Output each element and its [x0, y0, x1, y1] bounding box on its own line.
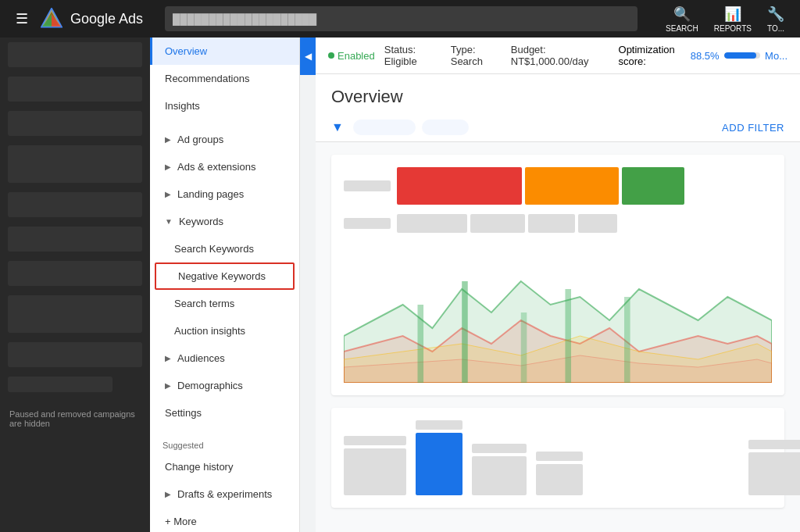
logo: Google Ads: [41, 8, 143, 30]
nav-drafts-experiments[interactable]: ▶ Drafts & experiments: [150, 480, 299, 508]
bottom-bar-group-5: [748, 440, 800, 495]
nav-ad-groups-arrow: ▶: [165, 135, 171, 144]
optimization-value: 88.5%: [691, 50, 720, 62]
bottom-bar-1: [344, 448, 406, 495]
nav-keywords[interactable]: ▼ Keywords: [150, 208, 299, 235]
topbar: ☰ Google Ads ████████████████████ 🔍 SEAR…: [0, 0, 800, 37]
reports-label: REPORTS: [714, 24, 752, 33]
sidebar-campaign-8[interactable]: [8, 295, 142, 333]
sidebar-campaign-7[interactable]: [8, 261, 142, 286]
sidebar-campaign-5[interactable]: [8, 192, 142, 217]
status-enabled: Enabled: [328, 50, 375, 62]
chart-bar-row-1: [344, 167, 772, 205]
nav-insights-label: Insights: [165, 100, 200, 112]
nav-ad-groups-label: Ad groups: [177, 134, 223, 145]
tools-icon: 🔧: [767, 5, 784, 23]
nav-ad-groups[interactable]: ▶ Ad groups: [150, 126, 299, 153]
nav-audiences[interactable]: ▶ Audiences: [150, 345, 299, 372]
line-chart-svg: [344, 242, 772, 383]
status-item-type: Type: Search: [451, 44, 502, 67]
bottom-bar-4: [536, 464, 583, 495]
score-bar: [724, 52, 760, 59]
content-area: Enabled Status: Eligible Type: Search Bu…: [316, 37, 800, 532]
nav-ads-extensions[interactable]: ▶ Ads & extensions: [150, 153, 299, 180]
status-optimization: Optimization score: 88.5% Mo...: [619, 44, 788, 67]
sidebar-campaign-10[interactable]: [8, 377, 112, 392]
bottom-bar-blue: [416, 433, 462, 495]
score-fill: [724, 52, 756, 59]
nav-keywords-label: Keywords: [179, 216, 223, 227]
optimization-label: Optimization score:: [619, 44, 686, 67]
filter-chip-1[interactable]: [353, 120, 416, 135]
sidebar-campaign-4[interactable]: [8, 145, 142, 183]
search-button[interactable]: 🔍 SEARCH: [659, 2, 705, 36]
nav-landing-pages[interactable]: ▶ Landing pages: [150, 180, 299, 208]
more-button[interactable]: Mo...: [765, 50, 788, 62]
nav-insights[interactable]: Insights: [150, 92, 299, 120]
nav-keywords-arrow: ▼: [165, 217, 173, 226]
nav-recommendations-label: Recommendations: [165, 73, 249, 84]
bar-segment-green: [622, 167, 684, 205]
filter-bar: ▼ ADD FILTER: [316, 113, 800, 142]
bar-sub-1: [397, 214, 467, 233]
nav-landing-pages-arrow: ▶: [165, 190, 171, 198]
nav-settings-label: Settings: [165, 407, 202, 419]
nav-change-history[interactable]: Change history: [150, 453, 299, 480]
nav-search-keywords[interactable]: Search Keywords: [150, 235, 299, 262]
nav-overview[interactable]: Overview: [150, 37, 299, 65]
nav-recommendations[interactable]: Recommendations: [150, 65, 299, 92]
bottom-bar-label-1: [344, 436, 406, 445]
nav-ads-extensions-arrow: ▶: [165, 162, 171, 171]
nav-more[interactable]: + More: [150, 508, 299, 532]
nav-auction-insights-label: Auction insights: [174, 325, 245, 337]
nav-search-terms[interactable]: Search terms: [150, 290, 299, 317]
nav-ads-extensions-label: Ads & extensions: [177, 161, 255, 173]
bottom-bar-label-4: [536, 452, 583, 461]
nav-landing-pages-label: Landing pages: [177, 188, 244, 200]
bottom-bar-group-4: [536, 452, 583, 495]
bar-label-1: [344, 180, 391, 191]
google-ads-logo-icon: [41, 8, 62, 30]
main-layout: Paused and removed campaigns are hidden …: [0, 37, 800, 532]
middle-nav: Overview Recommendations Insights ▶ Ad g…: [150, 37, 300, 532]
filter-chip-2[interactable]: [422, 120, 469, 135]
bar-segment-red: [397, 167, 522, 205]
chart-area: [316, 142, 800, 532]
tools-button[interactable]: 🔧 TO...: [761, 2, 791, 36]
collapse-nav-button[interactable]: ◀: [300, 37, 316, 75]
svg-rect-6: [521, 312, 527, 383]
tools-label: TO...: [767, 24, 784, 33]
sidebar-campaign-3[interactable]: [8, 111, 142, 136]
sidebar-campaign-6[interactable]: [8, 227, 142, 252]
status-dot: [328, 52, 334, 59]
sidebar-campaign-1[interactable]: [8, 42, 142, 67]
nav-negative-keywords[interactable]: Negative Keywords: [155, 262, 295, 290]
nav-search-terms-label: Search terms: [174, 298, 234, 309]
svg-rect-5: [462, 281, 468, 383]
status-bar: Enabled Status: Eligible Type: Search Bu…: [316, 37, 800, 74]
nav-auction-insights[interactable]: Auction insights: [150, 317, 299, 345]
nav-settings[interactable]: Settings: [150, 399, 299, 427]
chart-bar-row-2: [344, 214, 772, 233]
chart-block-bars: [331, 155, 784, 395]
bar-label-2: [344, 218, 391, 229]
topbar-search-area[interactable]: ████████████████████: [165, 6, 638, 31]
nav-demographics[interactable]: ▶ Demographics: [150, 372, 299, 399]
sidebar-campaign-2[interactable]: [8, 77, 142, 102]
nav-overview-label: Overview: [165, 45, 207, 57]
nav-suggested-header: Suggested: [150, 433, 299, 453]
add-filter-button[interactable]: ADD FILTER: [722, 122, 784, 134]
chart-block-bottom: [331, 408, 784, 508]
sidebar-campaign-9[interactable]: [8, 342, 142, 367]
nav-demographics-label: Demographics: [177, 380, 243, 391]
nav-drafts-arrow: ▶: [165, 490, 171, 498]
topbar-search-text: ████████████████████: [173, 13, 316, 25]
left-sidebar: Paused and removed campaigns are hidden: [0, 37, 150, 532]
topbar-title: Google Ads: [70, 11, 143, 27]
reports-button[interactable]: 📊 REPORTS: [708, 2, 758, 36]
collapse-icon: ◀: [305, 51, 312, 62]
menu-icon[interactable]: ☰: [9, 4, 34, 34]
search-label: SEARCH: [666, 24, 698, 33]
nav-negative-keywords-label: Negative Keywords: [178, 270, 266, 282]
bars-container: [397, 167, 772, 205]
